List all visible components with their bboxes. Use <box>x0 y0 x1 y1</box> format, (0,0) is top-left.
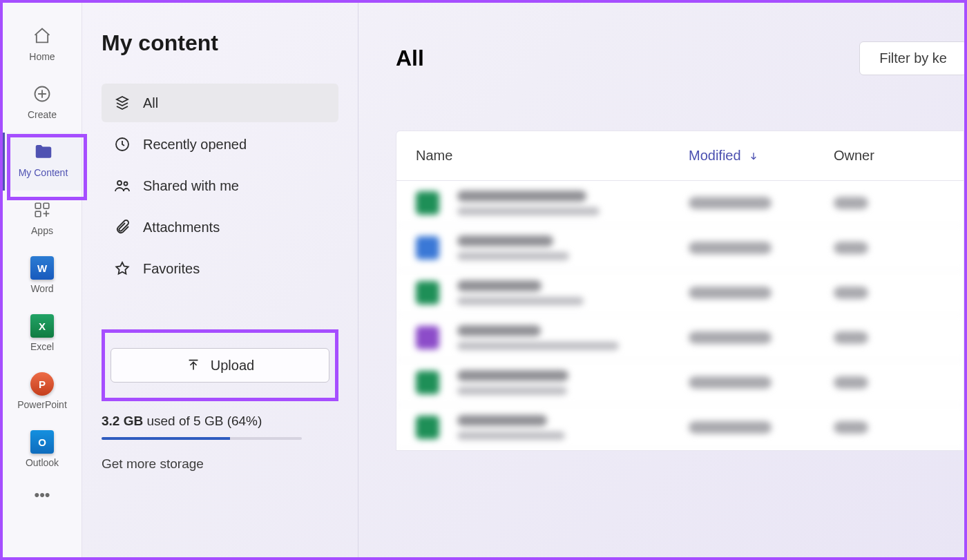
plus-circle-icon <box>32 83 52 105</box>
nav-recent[interactable]: Recently opened <box>102 125 338 164</box>
table-row[interactable] <box>396 360 964 405</box>
svg-rect-3 <box>35 211 41 217</box>
rail-outlook[interactable]: O Outlook <box>3 423 82 481</box>
storage-suffix: used of 5 GB (64%) <box>143 414 262 428</box>
file-name-cell <box>457 370 689 395</box>
file-owner-cell <box>834 197 868 209</box>
nav-recent-label: Recently opened <box>143 137 247 153</box>
stack-icon <box>114 95 131 111</box>
nav-attachments[interactable]: Attachments <box>102 208 338 247</box>
panel-title: My content <box>102 30 338 56</box>
file-type-icon <box>416 191 439 215</box>
rail-home-label: Home <box>29 51 55 62</box>
rail-more-button[interactable]: ••• <box>26 486 58 504</box>
file-name-cell <box>457 280 689 305</box>
col-name[interactable]: Name <box>416 148 689 164</box>
people-icon <box>114 177 131 194</box>
rail-excel-label: Excel <box>30 341 54 352</box>
table-row[interactable] <box>396 316 964 360</box>
table-row[interactable] <box>396 181 964 226</box>
svg-point-6 <box>124 182 128 186</box>
rail-word-label: Word <box>30 283 53 294</box>
nav-shared[interactable]: Shared with me <box>102 166 338 205</box>
storage-text: 3.2 GB used of 5 GB (64%) <box>102 414 338 429</box>
file-type-icon <box>416 281 439 305</box>
rail-excel[interactable]: X Excel <box>3 307 82 365</box>
panel-nav: All Recently opened Shared with me Attac… <box>102 84 338 288</box>
file-owner-cell <box>834 376 868 389</box>
file-modified-cell <box>689 421 772 434</box>
apps-icon <box>33 199 51 221</box>
nav-favorites[interactable]: Favorites <box>102 249 338 288</box>
file-modified-cell <box>689 197 772 209</box>
file-name-cell <box>457 415 689 440</box>
filter-button[interactable]: Filter by ke <box>859 41 967 75</box>
col-owner[interactable]: Owner <box>834 148 944 164</box>
table-row[interactable] <box>396 271 964 316</box>
file-owner-cell <box>834 287 868 299</box>
file-type-icon <box>416 371 439 394</box>
nav-all[interactable]: All <box>102 84 338 122</box>
upload-button[interactable]: Upload <box>111 348 329 383</box>
file-modified-cell <box>689 331 772 344</box>
svg-rect-2 <box>44 203 49 209</box>
file-owner-cell <box>834 331 868 344</box>
storage-bar-fill <box>102 437 230 440</box>
rail-apps-label: Apps <box>31 225 53 236</box>
upload-icon <box>186 358 201 373</box>
main-area: All Filter by ke Name Modified Owner <box>358 3 964 557</box>
nav-shared-label: Shared with me <box>143 178 239 194</box>
col-modified[interactable]: Modified <box>689 148 834 164</box>
nav-favorites-label: Favorites <box>143 261 200 277</box>
word-icon: W <box>30 257 54 279</box>
storage-bar <box>102 437 302 440</box>
annotation-highlight-upload: Upload <box>102 329 338 401</box>
sort-desc-icon <box>748 151 759 162</box>
content-panel: My content All Recently opened Shared wi… <box>82 3 358 557</box>
file-table: Name Modified Owner <box>396 131 964 451</box>
nav-all-label: All <box>143 95 158 111</box>
rail-create[interactable]: Create <box>3 75 82 133</box>
file-name-cell <box>457 325 689 350</box>
main-heading: All <box>396 46 424 71</box>
table-row[interactable] <box>396 226 964 271</box>
nav-attachments-label: Attachments <box>143 220 220 235</box>
table-header: Name Modified Owner <box>396 131 964 181</box>
file-name-cell <box>457 191 689 215</box>
main-header: All Filter by ke <box>396 41 964 75</box>
upload-button-label: Upload <box>211 358 254 374</box>
storage-block: 3.2 GB used of 5 GB (64%) Get more stora… <box>102 414 338 472</box>
ellipsis-icon: ••• <box>34 486 50 504</box>
file-modified-cell <box>689 376 772 389</box>
rail-create-label: Create <box>28 109 57 120</box>
file-type-icon <box>416 236 439 260</box>
excel-icon: X <box>30 315 54 337</box>
get-more-storage-link[interactable]: Get more storage <box>102 456 338 472</box>
rail-outlook-label: Outlook <box>26 457 59 468</box>
outlook-icon: O <box>30 431 54 453</box>
file-owner-cell <box>834 421 868 434</box>
powerpoint-icon: P <box>30 373 54 395</box>
file-name-cell <box>457 235 689 260</box>
home-icon <box>32 25 52 47</box>
file-type-icon <box>416 416 439 439</box>
app-rail: Home Create My Content Apps W Word X Exc… <box>3 3 82 557</box>
rail-powerpoint[interactable]: P PowerPoint <box>3 365 82 423</box>
svg-point-5 <box>117 181 122 185</box>
storage-used: 3.2 GB <box>102 414 143 428</box>
rail-word[interactable]: W Word <box>3 249 82 307</box>
attachment-icon <box>114 219 131 235</box>
file-modified-cell <box>689 287 772 299</box>
annotation-highlight-my-content <box>7 134 87 200</box>
star-icon <box>114 260 131 277</box>
table-row[interactable] <box>396 405 964 450</box>
col-modified-label: Modified <box>689 148 741 164</box>
svg-rect-1 <box>35 203 41 209</box>
rail-powerpoint-label: PowerPoint <box>17 399 67 410</box>
rail-home[interactable]: Home <box>3 17 82 75</box>
file-modified-cell <box>689 242 772 254</box>
file-owner-cell <box>834 242 868 254</box>
clock-icon <box>114 136 131 153</box>
file-type-icon <box>416 326 439 349</box>
